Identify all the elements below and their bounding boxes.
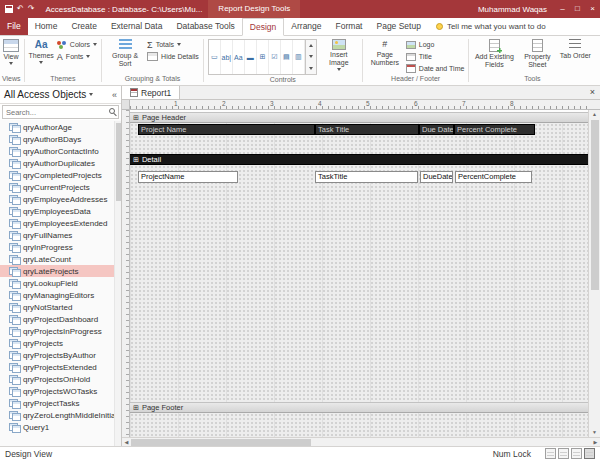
controls-gallery-scrollbar[interactable] — [305, 40, 316, 74]
page-footer-section-bar[interactable]: ⊞ Page Footer — [130, 402, 588, 413]
scroll-down-icon[interactable]: ▼ — [592, 428, 597, 437]
header-label-control[interactable]: Task Title — [315, 124, 419, 135]
date-time-button[interactable]: Date and Time — [406, 63, 465, 74]
nav-scrollbar[interactable] — [114, 121, 121, 446]
fonts-button[interactable]: A Fonts — [57, 51, 97, 62]
vertical-scrollbar[interactable]: ▲ ▼ — [588, 110, 600, 437]
close-button[interactable]: × — [585, 0, 600, 18]
control-icon[interactable]: ☑ — [269, 40, 281, 74]
nav-item-query[interactable]: qryZeroLengthMiddleInitial — [0, 409, 121, 421]
textbox-control[interactable]: DueDate — [420, 171, 453, 183]
nav-item-query[interactable]: qryEmployeesExtended — [0, 217, 121, 229]
header-label-control[interactable]: Project Name — [138, 124, 315, 135]
document-tab-report1[interactable]: Report1 — [122, 86, 180, 99]
ribbon-tab[interactable]: Create — [64, 18, 104, 35]
nav-item-query[interactable]: qryAuthorAge — [0, 121, 121, 133]
vertical-ruler[interactable] — [122, 110, 130, 437]
horizontal-scrollbar[interactable]: ◀ ▶ — [122, 437, 600, 446]
textbox-control[interactable]: TaskTitle — [315, 171, 418, 183]
nav-item-query[interactable]: qryProjects — [0, 337, 121, 349]
ribbon-tab[interactable]: Arrange — [284, 18, 328, 35]
nav-item-query[interactable]: qryProjectsExtended — [0, 361, 121, 373]
scroll-left-icon[interactable]: ◀ — [122, 439, 131, 445]
nav-item-query[interactable]: qryProjectsByAuthor — [0, 349, 121, 361]
page-footer-grid[interactable] — [130, 413, 588, 437]
nav-item-query[interactable]: qryLookupField — [0, 277, 121, 289]
colors-button[interactable]: Colors — [57, 39, 97, 50]
minimize-button[interactable]: – — [555, 0, 570, 18]
layout-view-button[interactable] — [571, 448, 582, 459]
title-button[interactable]: Title — [406, 51, 465, 62]
save-icon[interactable] — [5, 5, 13, 13]
nav-item-query[interactable]: qryProjectDashboard — [0, 313, 121, 325]
tab-order-button[interactable]: Tab Order — [559, 39, 591, 60]
horizontal-ruler[interactable]: 12345678 — [130, 100, 588, 109]
nav-item-query[interactable]: qryEmployeeAddresses — [0, 193, 121, 205]
detail-section-bar[interactable]: ⊞ Detail — [130, 154, 588, 165]
shutter-bar-icon[interactable]: « — [112, 90, 117, 100]
nav-item-query[interactable]: qryAuthorContactInfo — [0, 145, 121, 157]
nav-item-query[interactable]: qryProjectTasks — [0, 397, 121, 409]
nav-item-query[interactable]: Query1 — [0, 421, 121, 433]
nav-scrollbar-thumb[interactable] — [116, 123, 121, 201]
control-icon[interactable]: ⊞ — [257, 40, 269, 74]
header-label-control[interactable]: Due Date — [419, 124, 454, 135]
insert-image-button[interactable]: Insert Image — [320, 39, 358, 71]
nav-item-query[interactable]: qryProjectsWOTasks — [0, 385, 121, 397]
nav-item-query[interactable]: qryFullNames — [0, 229, 121, 241]
nav-item-query[interactable]: qryAuthorBDays — [0, 133, 121, 145]
page-numbers-button[interactable]: # Page Numbers — [367, 39, 403, 67]
totals-button[interactable]: Σ Totals — [147, 39, 199, 50]
scroll-right-icon[interactable]: ▶ — [591, 439, 600, 445]
ribbon-tab[interactable]: Format — [329, 18, 370, 35]
nav-item-query[interactable]: qryManagingEditors — [0, 289, 121, 301]
restore-button[interactable]: □ — [570, 0, 585, 18]
property-sheet-button[interactable]: Property Sheet — [518, 39, 556, 69]
search-input[interactable] — [2, 105, 119, 119]
nav-item-query[interactable]: qryProjectsInProgress — [0, 325, 121, 337]
print-preview-button[interactable] — [558, 448, 569, 459]
ribbon-tab[interactable]: Home — [28, 18, 65, 35]
group-sort-button[interactable]: Group & Sort — [106, 39, 144, 68]
nav-item-query[interactable]: qryEmployeesData — [0, 205, 121, 217]
detail-grid[interactable]: ProjectNameTaskTitleDueDatePercentComple… — [130, 165, 588, 402]
textbox-control[interactable]: PercentComplete — [455, 171, 532, 183]
hide-details-button[interactable]: Hide Details — [147, 51, 199, 62]
document-close-icon[interactable]: × — [585, 86, 600, 99]
ribbon-tab[interactable]: Design — [242, 18, 284, 36]
control-icon[interactable]: Aa — [233, 40, 245, 74]
design-view-button[interactable] — [584, 448, 595, 459]
ribbon-tab[interactable]: Database Tools — [169, 18, 241, 35]
ribbon-tab[interactable]: Page Setup — [369, 18, 427, 35]
vertical-scrollbar-thumb[interactable] — [591, 120, 599, 290]
undo-icon[interactable]: ↶ — [17, 0, 24, 18]
add-existing-fields-button[interactable]: Add Existing Fields — [473, 39, 515, 69]
page-header-section-bar[interactable]: ⊞ Page Header — [130, 112, 588, 123]
nav-item-query[interactable]: qryNotStarted — [0, 301, 121, 313]
tell-me-box[interactable]: Tell me what you want to do — [428, 18, 554, 35]
view-button[interactable]: View — [3, 39, 19, 65]
control-icon[interactable]: ▤ — [281, 40, 293, 74]
signed-in-user[interactable]: Muhammad Waqas — [470, 5, 555, 14]
nav-pane-header[interactable]: All Access Objects « — [0, 86, 121, 104]
nav-item-query[interactable]: qryAuthorDuplicates — [0, 157, 121, 169]
page-header-grid[interactable]: Project NameTask TitleDue DatePercent Co… — [130, 123, 588, 154]
ribbon-tab[interactable]: File — [0, 18, 28, 35]
header-label-control[interactable]: Percent Complete — [454, 124, 535, 135]
control-icon[interactable]: ▥ — [293, 40, 305, 74]
horizontal-scrollbar-thumb[interactable] — [131, 439, 311, 446]
nav-item-query[interactable]: qryInProgress — [0, 241, 121, 253]
redo-icon[interactable]: ↷ — [28, 0, 35, 18]
ribbon-tab[interactable]: External Data — [104, 18, 170, 35]
nav-item-query[interactable]: qryLateProjects — [0, 265, 121, 277]
nav-item-query[interactable]: qryCurrentProjects — [0, 181, 121, 193]
report-selector-button[interactable] — [122, 100, 130, 109]
themes-button[interactable]: Aa Themes — [29, 39, 54, 64]
control-icon[interactable]: ab| — [221, 40, 233, 74]
nav-item-query[interactable]: qryCompletedProjects — [0, 169, 121, 181]
textbox-control[interactable]: ProjectName — [138, 171, 238, 183]
control-icon[interactable]: ▬ — [245, 40, 257, 74]
nav-item-query[interactable]: qryLateCount — [0, 253, 121, 265]
control-icon[interactable]: ▭ — [209, 40, 221, 74]
scroll-up-icon[interactable]: ▲ — [592, 110, 597, 119]
